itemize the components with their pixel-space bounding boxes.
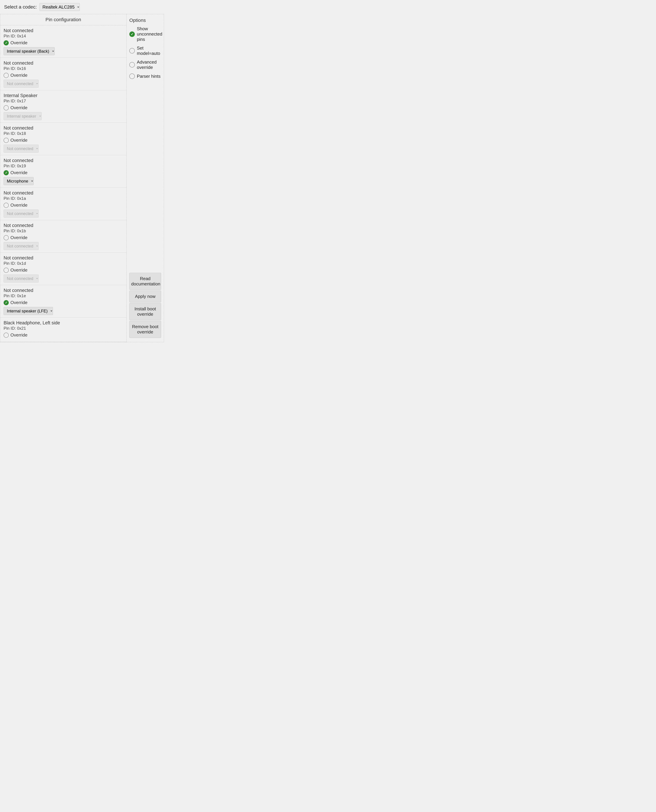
pin-status-6: Not connected [3,223,123,228]
override-row-4: Override [3,170,123,175]
override-checkbox-9[interactable] [3,333,9,338]
pin-entry-2: Internal SpeakerPin ID: 0x17OverrideInte… [0,90,127,123]
install-boot-button[interactable]: Install boot override [129,303,161,320]
override-checkbox-4[interactable] [3,170,9,175]
pin-status-2: Internal Speaker [3,93,123,98]
pin-entry-7: Not connectedPin ID: 0x1dOverrideNot con… [0,253,127,285]
override-row-3: Override [3,138,123,143]
override-checkbox-6[interactable] [3,235,9,240]
pins-container: Not connectedPin ID: 0x14OverrideInterna… [0,25,127,342]
pin-id-5: Pin ID: 0x1a [3,196,123,201]
pin-entry-6: Not connectedPin ID: 0x1bOverrideNot con… [0,220,127,253]
type-select-4[interactable]: Microphone [3,177,34,185]
override-row-7: Override [3,268,123,273]
override-row-1: Override [3,73,123,78]
type-select-6: Not connected [3,242,39,250]
override-checkbox-0[interactable] [3,40,9,45]
override-label-7: Override [11,268,28,273]
options-title: Options [129,18,161,23]
override-row-9: Override [3,332,123,338]
pin-status-3: Not connected [3,126,123,131]
option-item-parser-hints[interactable]: Parser hints [129,73,161,79]
pin-entry-8: Not connectedPin ID: 0x1eOverrideInterna… [0,285,127,318]
pin-id-3: Pin ID: 0x18 [3,131,123,136]
pin-status-5: Not connected [3,191,123,196]
pin-config-header: Pin configuration [0,14,127,25]
remove-boot-button[interactable]: Remove boot override [129,321,161,338]
override-label-8: Override [11,300,28,305]
pin-status-4: Not connected [3,158,123,163]
pin-id-8: Pin ID: 0x1e [3,293,123,298]
option-label-show-unconnected: Show unconnected pins [137,26,162,42]
pin-id-4: Pin ID: 0x19 [3,164,123,168]
pin-id-2: Pin ID: 0x17 [3,99,123,104]
pin-status-0: Not connected [3,28,123,33]
override-checkbox-1[interactable] [3,73,9,78]
type-select-1: Not connected [3,80,39,88]
type-select-0[interactable]: Internal speaker (Back) [3,47,55,55]
override-checkbox-8[interactable] [3,300,9,305]
override-label-3: Override [11,138,28,143]
apply-now-button[interactable]: Apply now [129,291,161,302]
option-radio-parser-hints[interactable] [129,73,135,79]
option-item-advanced-override[interactable]: Advanced override [129,59,161,70]
pin-status-9: Black Headphone, Left side [3,320,123,325]
options-container: Show unconnected pinsSet model=autoAdvan… [129,26,161,82]
pin-entry-9: Black Headphone, Left sidePin ID: 0x21Ov… [0,318,127,342]
pin-entry-4: Not connectedPin ID: 0x19OverrideMicroph… [0,155,127,188]
option-radio-show-unconnected[interactable] [129,31,135,37]
pin-entry-1: Not connectedPin ID: 0x16OverrideNot con… [0,58,127,90]
pin-entry-3: Not connectedPin ID: 0x18OverrideNot con… [0,123,127,155]
override-row-2: Override [3,105,123,110]
options-panel: Options Show unconnected pinsSet model=a… [127,14,164,342]
pin-id-0: Pin ID: 0x14 [3,34,123,39]
override-row-5: Override [3,203,123,208]
override-label-5: Override [11,203,28,208]
type-select-3: Not connected [3,144,39,153]
override-label-9: Override [11,332,28,338]
pin-status-1: Not connected [3,60,123,66]
override-checkbox-3[interactable] [3,138,9,143]
pin-entry-0: Not connectedPin ID: 0x14OverrideInterna… [0,25,127,58]
pin-id-9: Pin ID: 0x21 [3,326,123,331]
pin-config-panel: Pin configuration Not connectedPin ID: 0… [0,14,127,342]
override-label-4: Override [11,170,28,175]
codec-label: Select a codec: [4,4,37,10]
override-checkbox-2[interactable] [3,105,9,110]
option-label-advanced-override: Advanced override [137,59,161,70]
option-radio-advanced-override[interactable] [129,62,135,68]
type-select-7: Not connected [3,274,39,282]
override-checkbox-7[interactable] [3,268,9,273]
override-label-2: Override [11,105,28,110]
options-spacer [129,82,161,273]
override-label-0: Override [11,40,28,45]
pin-status-7: Not connected [3,255,123,260]
top-bar: Select a codec: Realtek ALC285 [0,0,164,14]
type-select-8[interactable]: Internal speaker (LFE) [3,307,53,315]
override-row-6: Override [3,235,123,240]
bottom-buttons: Read documentation Apply now Install boo… [129,273,161,339]
codec-select[interactable]: Realtek ALC285 [39,3,80,11]
type-select-5: Not connected [3,209,39,218]
option-item-show-unconnected[interactable]: Show unconnected pins [129,26,161,42]
option-label-parser-hints: Parser hints [137,74,161,79]
read-docs-button[interactable]: Read documentation [129,273,161,290]
main-layout: Pin configuration Not connectedPin ID: 0… [0,14,164,342]
pin-entry-5: Not connectedPin ID: 0x1aOverrideNot con… [0,188,127,220]
override-label-6: Override [11,235,28,240]
override-checkbox-5[interactable] [3,203,9,208]
override-row-8: Override [3,300,123,305]
pin-id-6: Pin ID: 0x1b [3,228,123,233]
pin-id-7: Pin ID: 0x1d [3,261,123,266]
override-row-0: Override [3,40,123,45]
pin-id-1: Pin ID: 0x16 [3,66,123,71]
option-item-set-model-auto[interactable]: Set model=auto [129,45,161,56]
option-radio-set-model-auto[interactable] [129,48,135,54]
override-label-1: Override [11,73,28,78]
pin-status-8: Not connected [3,288,123,293]
type-select-2: Internal speaker [3,112,42,120]
option-label-set-model-auto: Set model=auto [137,45,161,56]
